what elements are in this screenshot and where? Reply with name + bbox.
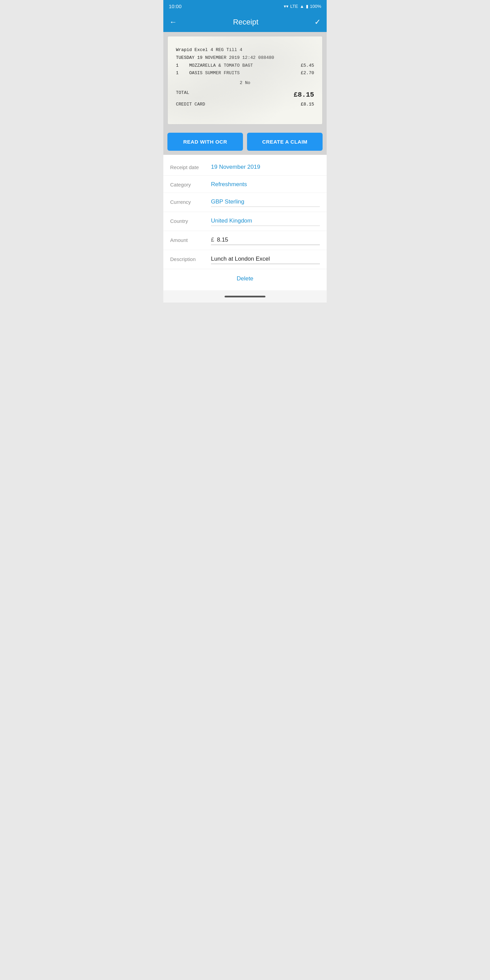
lte-label: LTE [290, 4, 298, 9]
country-label: Country [170, 218, 211, 224]
form-row-amount: Amount £ [163, 231, 327, 250]
receipt-total-amount: £8.15 [294, 89, 314, 100]
category-value[interactable]: Refreshments [211, 181, 320, 188]
receipt-item1-qty: 1 [176, 63, 179, 68]
category-label: Category [170, 181, 211, 188]
amount-input[interactable] [217, 237, 320, 243]
country-value[interactable]: United Kingdom [211, 218, 320, 226]
form-row-description: Description [163, 250, 327, 269]
status-time: 10:00 [169, 3, 182, 9]
receipt-item-count: 2 No [176, 80, 314, 87]
receipt-item2-left: 1 OASIS SUMMER FRUITS [176, 70, 240, 77]
amount-container: £ [211, 237, 320, 245]
receipt-image-container: Wrapid Excel 4 REG Till 4 TUESDAY 19 NOV… [163, 32, 327, 129]
form-row-date: Receipt date 19 November 2019 [163, 158, 327, 176]
delete-row: Delete [163, 269, 327, 287]
receipt-item1-row: 1 MOZZARELLA & TOMATO BAGT £5.45 [176, 62, 314, 69]
receipt-item1-name: MOZZARELLA & TOMATO BAGT [189, 63, 253, 68]
receipt-vendor-line1: Wrapid Excel 4 REG Till 4 [176, 47, 314, 54]
receipt-image: Wrapid Excel 4 REG Till 4 TUESDAY 19 NOV… [167, 36, 323, 124]
page-title: Receipt [233, 18, 259, 27]
receipt-payment-method: CREDIT CARD [176, 101, 205, 108]
currency-value[interactable]: GBP Sterling [211, 198, 320, 207]
battery-icon: ▮ [306, 4, 308, 9]
receipt-vendor-line2: TUESDAY 19 NOVEMBER 2019 12:42 088480 [176, 54, 314, 62]
receipt-payment-row: CREDIT CARD £8.15 [176, 101, 314, 108]
receipt-item1-left: 1 MOZZARELLA & TOMATO BAGT [176, 62, 253, 69]
receipt-total-row: TOTAL £8.15 [176, 89, 314, 100]
battery-label: 100% [310, 4, 321, 9]
form-row-currency: Currency GBP Sterling [163, 193, 327, 212]
receipt-date-value[interactable]: 19 November 2019 [211, 164, 320, 170]
form-card: Receipt date 19 November 2019 Category R… [163, 155, 327, 290]
receipt-total-label: TOTAL [176, 89, 189, 100]
form-row-category: Category Refreshments [163, 176, 327, 193]
status-icons: ▾▾ LTE ▲ ▮ 100% [284, 4, 321, 9]
currency-symbol: £ [211, 237, 214, 243]
form-row-country: Country United Kingdom [163, 212, 327, 231]
ocr-button[interactable]: READ WITH OCR [167, 133, 243, 151]
bottom-bar [163, 290, 327, 302]
amount-label: Amount [170, 237, 211, 243]
wifi-icon: ▾▾ [284, 4, 288, 9]
currency-label: Currency [170, 198, 211, 205]
receipt-payment-amount: £8.15 [301, 101, 314, 108]
app-bar: ← Receipt ✓ [163, 12, 327, 32]
receipt-item1-price: £5.45 [301, 62, 314, 69]
receipt-date-label: Receipt date [170, 164, 211, 170]
receipt-item2-price: £2.70 [301, 70, 314, 77]
receipt-item2-qty: 1 [176, 70, 179, 76]
delete-button[interactable]: Delete [237, 275, 253, 282]
confirm-button[interactable]: ✓ [314, 18, 321, 27]
description-input[interactable] [211, 256, 320, 264]
receipt-item2-row: 1 OASIS SUMMER FRUITS £2.70 [176, 70, 314, 77]
status-bar: 10:00 ▾▾ LTE ▲ ▮ 100% [163, 0, 327, 12]
signal-icon: ▲ [300, 4, 304, 9]
back-button[interactable]: ← [169, 18, 177, 27]
receipt-item2-name: OASIS SUMMER FRUITS [189, 70, 240, 76]
description-label: Description [170, 256, 211, 262]
action-buttons: READ WITH OCR CREATE A CLAIM [163, 129, 327, 155]
claim-button[interactable]: CREATE A CLAIM [247, 133, 323, 151]
home-indicator [224, 296, 266, 298]
